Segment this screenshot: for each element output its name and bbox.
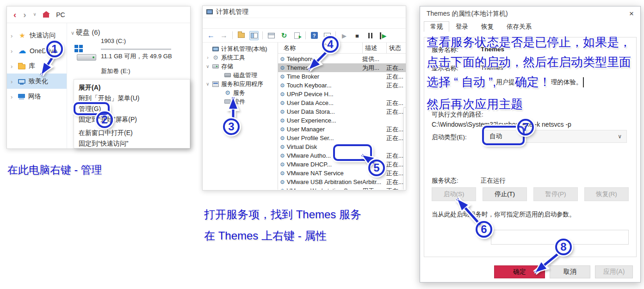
context-menu-item[interactable]: 恢复(M) [404, 139, 406, 148]
service-row[interactable]: Touch Keyboar... 正在... [278, 81, 406, 90]
expand-icon[interactable]: › [205, 55, 210, 60]
chevron-right-icon[interactable] [11, 78, 15, 85]
tab[interactable]: 常规 [424, 21, 449, 32]
drive-e-label[interactable]: 新加卷 (E:) [101, 67, 130, 75]
stop-button[interactable]: 停止(T) [483, 187, 527, 201]
toolbar-button[interactable] [310, 31, 319, 40]
context-menu-item[interactable]: 刷新(F) [404, 176, 406, 186]
toolbar-button[interactable] [249, 31, 259, 40]
toolbar-button[interactable] [279, 31, 289, 40]
window-titlebar: 计算机管理 [203, 6, 406, 18]
service-rows: Telephony 提供... Themes 为用... 正在... Time … [278, 55, 406, 190]
start-button[interactable]: 启动(S) [432, 187, 476, 201]
close-icon[interactable]: × [629, 10, 634, 18]
home-icon[interactable] [43, 14, 49, 18]
chevron-right-icon[interactable] [11, 32, 15, 39]
service-row[interactable]: VMware Autho... 正在... [278, 151, 406, 160]
step-circle-5: 5 [368, 160, 385, 176]
tree-item[interactable]: 磁盘管理 [203, 71, 278, 80]
sidebar-item[interactable]: 快速访问 [7, 28, 67, 43]
service-row[interactable]: VMware Workstation Server 用于 正在 [278, 186, 406, 190]
toolbar-button[interactable] [236, 31, 246, 40]
cancel-button[interactable]: 取消 [550, 265, 590, 278]
toolbar-button[interactable] [206, 31, 216, 40]
apply-button[interactable]: 应用(A) [595, 265, 633, 278]
tree-item[interactable]: 控件 [203, 97, 278, 106]
toolbar-button[interactable] [378, 31, 388, 40]
toolbar-button[interactable] [292, 31, 302, 40]
back-icon[interactable]: ‹ [13, 10, 16, 19]
tab[interactable]: 登录 [449, 21, 475, 32]
service-row[interactable]: Virtual Disk [278, 142, 406, 151]
forward-icon[interactable]: › [23, 10, 26, 19]
service-row[interactable]: Themes 为用... 正在... [278, 63, 406, 72]
drive-c-label[interactable]: 1903 (C:) [101, 37, 126, 44]
help-icon [311, 32, 318, 39]
tree-item[interactable]: 服务 [203, 88, 278, 97]
startup-type-dropdown[interactable]: 自动 ∨ [481, 130, 627, 143]
expand-icon[interactable]: ∨ [205, 81, 210, 86]
toolbar-button[interactable] [266, 31, 276, 40]
context-menu-item[interactable]: 暂停(U) [404, 129, 406, 139]
service-row[interactable]: User Manager 正在... [278, 125, 406, 134]
pause-button[interactable]: 暂停(P) [533, 187, 578, 201]
tree-item[interactable]: ∨ 存储 [203, 62, 278, 71]
chevron-right-icon[interactable] [11, 47, 15, 55]
expand-icon[interactable]: ∨ [205, 64, 210, 69]
tree-item[interactable]: › 系统工具 [203, 53, 278, 62]
context-menu-item[interactable]: 在新窗口中打开(E) [74, 128, 190, 138]
service-row[interactable]: VMware DHCP... 正在... [278, 160, 406, 169]
ok-button[interactable]: 确定 [494, 265, 545, 278]
chevron-right-icon[interactable] [11, 62, 15, 70]
tab[interactable]: 恢复 [475, 21, 500, 32]
tools-icon [212, 54, 219, 61]
sidebar-item[interactable]: 网络 [7, 89, 67, 104]
service-row[interactable]: User Data Stora... 正在... [278, 107, 406, 116]
stop-icon [355, 31, 359, 40]
context-menu-item[interactable]: 固定到“开始”屏幕(P) [74, 114, 190, 125]
service-row[interactable]: User Profile Ser... 正在... [278, 134, 406, 142]
context-menu-item[interactable]: 附到「开始」菜单(U) [74, 93, 190, 104]
context-menu-item[interactable]: 重新启动(E) [404, 148, 406, 158]
toolbar-button[interactable] [353, 31, 362, 40]
sidebar-item[interactable]: 库 [7, 58, 67, 74]
service-row[interactable]: Telephony 提供... [278, 55, 406, 63]
tree-item-label: 磁盘管理 [233, 71, 257, 80]
service-row[interactable]: User Data Acce... 正在... [278, 98, 406, 107]
tree-item[interactable]: ∨ 服务和应用程序 [203, 80, 278, 88]
tree-item-label: 存储 [221, 62, 233, 71]
resume-button[interactable]: 恢复(R) [584, 187, 629, 201]
service-status-value: 正在运行 [481, 177, 506, 185]
context-menu-item[interactable]: 展开(A) [74, 82, 190, 93]
sidebar-item[interactable]: 致美化 [7, 74, 67, 89]
service-row[interactable]: User Experience... [278, 116, 406, 125]
chevron-down-icon: ∨ [618, 133, 622, 140]
chevron-down-icon[interactable]: ∨ [33, 12, 37, 17]
service-row[interactable]: VMware USB Arbitration Ser... Arbitr... … [278, 178, 406, 186]
service-row[interactable]: UPnP Device H... [278, 90, 406, 98]
column-name[interactable]: 名称 [278, 44, 362, 52]
context-menu-item[interactable]: 管理(G) [74, 104, 190, 114]
column-description[interactable]: 描述 [362, 43, 386, 53]
toolbar-button[interactable] [340, 31, 349, 40]
context-menu-item[interactable]: 固定到“快速访问” [74, 138, 190, 149]
play-icon [342, 31, 347, 40]
toolbar-button[interactable] [219, 31, 229, 40]
context-menu-item[interactable]: 停止(O) [404, 119, 406, 129]
toolbar-button[interactable] [365, 31, 375, 40]
service-row[interactable]: VMware NAT Service 正在... [278, 169, 406, 178]
breadcrumb[interactable]: PC [56, 11, 65, 18]
list-header: 名称 描述 状态 ^ [278, 43, 406, 54]
pause-icon [368, 33, 372, 38]
tree-item[interactable]: 计算机管理(本地) [203, 44, 278, 53]
drives-group-header[interactable]: 硬盘 (6) [71, 28, 100, 37]
column-status[interactable]: 状态 [386, 43, 406, 53]
sidebar-item-label: 库 [29, 62, 35, 70]
service-row[interactable]: Time Broker 正在... [278, 72, 406, 81]
chevron-right-icon[interactable] [11, 93, 15, 100]
context-menu-item[interactable]: 所有任务(K) [404, 162, 406, 172]
step-icon [380, 31, 387, 40]
tab[interactable]: 依存关系 [500, 21, 538, 32]
cloud-icon [18, 46, 26, 55]
context-menu-item[interactable]: 启动(S) [404, 110, 406, 119]
